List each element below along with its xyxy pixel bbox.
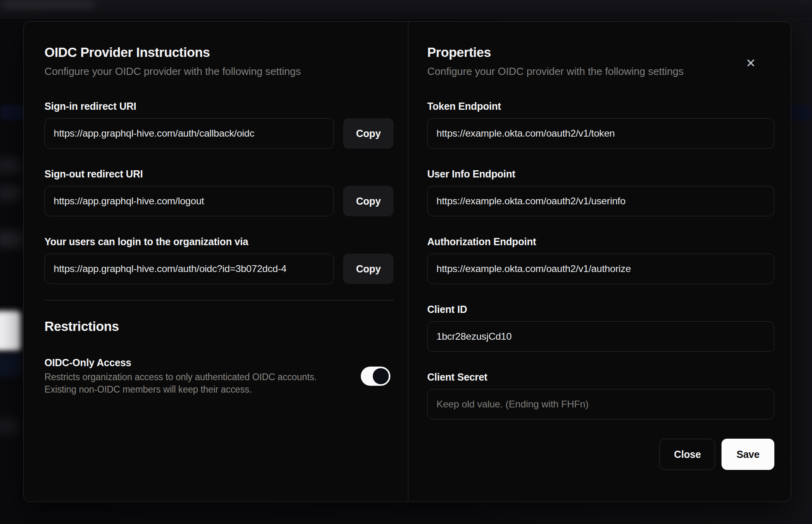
oidc-only-access-description-line1: Restricts organization access to only au… [44,371,317,383]
background-text-remnant [0,231,23,248]
token-endpoint-label: Token Endpoint [427,100,774,112]
authorization-endpoint-label: Authorization Endpoint [427,236,774,248]
close-icon: ✕ [746,57,756,69]
oidc-settings-dialog: OIDC Provider Instructions Configure you… [23,21,791,502]
instructions-title: OIDC Provider Instructions [44,44,394,60]
sign-out-redirect-field: Sign-out redirect URI Copy [44,168,394,216]
sign-out-redirect-label: Sign-out redirect URI [44,168,394,180]
dialog-footer: Close Save [427,439,774,470]
oidc-only-access-description: Restricts organization access to only au… [44,371,317,396]
authorization-endpoint-field: Authorization Endpoint [427,236,774,284]
background-band-remnant [0,353,22,377]
sign-out-redirect-input[interactable] [44,186,334,216]
copy-sign-out-redirect-button[interactable]: Copy [343,186,394,216]
close-button[interactable]: Close [659,439,715,470]
oidc-only-access-description-line2: Existing non-OIDC members will keep thei… [44,383,317,396]
section-divider [44,300,394,300]
background-button-remnant [0,311,21,351]
toggle-knob-icon [373,368,389,384]
user-info-endpoint-input[interactable] [427,186,774,216]
background-topbar [0,0,812,18]
sign-in-redirect-input[interactable] [44,118,334,149]
user-info-endpoint-field: User Info Endpoint [427,168,774,216]
client-secret-field: Client Secret [427,371,774,419]
client-id-input[interactable] [427,321,774,352]
sign-in-redirect-label: Sign-in redirect URI [44,100,394,112]
copy-sign-in-redirect-button[interactable]: Copy [343,118,394,149]
user-info-endpoint-label: User Info Endpoint [427,168,774,180]
token-endpoint-field: Token Endpoint [427,100,774,149]
copy-login-url-button[interactable]: Copy [343,254,394,284]
client-id-field: Client ID [427,303,774,352]
oidc-only-access-row: OIDC-Only Access Restricts organization … [44,357,394,396]
oidc-only-access-texts: OIDC-Only Access Restricts organization … [44,357,317,396]
token-endpoint-input[interactable] [427,118,774,149]
properties-title: Properties [427,44,774,60]
client-id-label: Client ID [427,303,774,315]
login-url-label: Your users can login to the organization… [44,236,394,248]
dialog-close-button[interactable]: ✕ [743,55,759,71]
restrictions-title: Restrictions [44,318,394,335]
sign-in-redirect-field: Sign-in redirect URI Copy [44,100,394,149]
login-url-field: Your users can login to the organization… [44,236,394,284]
properties-subtitle: Configure your OIDC provider with the fo… [427,65,774,78]
instructions-column: OIDC Provider Instructions Configure you… [24,22,408,502]
client-secret-input[interactable] [427,389,774,419]
save-button[interactable]: Save [722,439,774,470]
background-text-remnant [0,417,18,435]
oidc-only-access-toggle[interactable] [361,367,390,386]
background-text-remnant [0,157,21,174]
properties-column: Properties Configure your OIDC provider … [408,22,791,502]
background-text-remnant [0,185,21,201]
login-url-input[interactable] [44,254,334,284]
instructions-subtitle: Configure your OIDC provider with the fo… [44,65,394,78]
authorization-endpoint-input[interactable] [427,254,774,284]
client-secret-label: Client Secret [427,371,774,383]
oidc-only-access-label: OIDC-Only Access [44,357,317,369]
